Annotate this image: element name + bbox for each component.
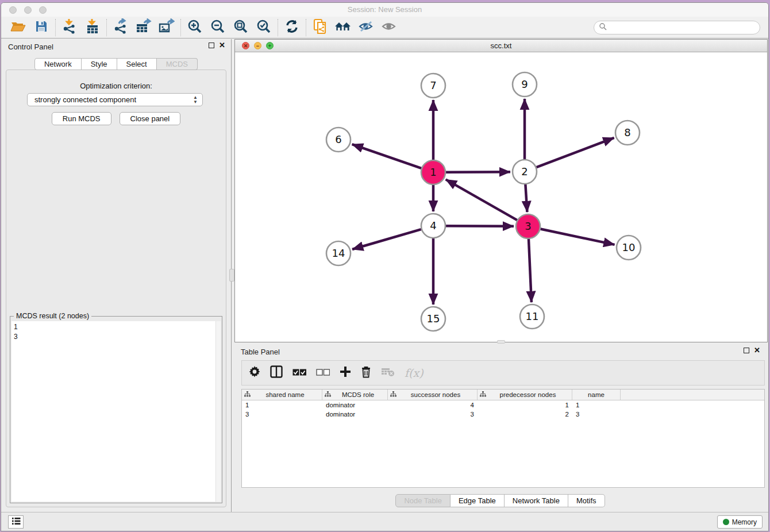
export-table-button[interactable] (132, 18, 155, 37)
table-cell[interactable]: 3 (242, 410, 322, 419)
graph-node-9[interactable]: 9 (513, 72, 537, 97)
tab-network[interactable]: Network (34, 58, 82, 70)
table-settings-button[interactable] (249, 366, 260, 380)
zoom-in-button[interactable] (183, 18, 206, 37)
node-table[interactable]: shared nameMCDS rolesuccessor nodesprede… (241, 389, 765, 488)
show-all-button[interactable] (378, 18, 401, 37)
graph-node-7[interactable]: 7 (421, 74, 445, 98)
merge-columns-button[interactable] (270, 365, 283, 380)
tab-mcds[interactable]: MCDS (157, 58, 198, 70)
search-input[interactable] (594, 21, 760, 34)
table-cell[interactable]: dominator (322, 400, 388, 410)
column-header-predecessor-nodes[interactable]: predecessor nodes (478, 390, 572, 400)
import-table-button[interactable] (81, 18, 104, 37)
network-titlebar[interactable]: ✕ − + scc.txt (235, 40, 767, 52)
memory-button[interactable]: Memory (717, 515, 763, 529)
table-cell[interactable]: 3 (388, 410, 478, 419)
zoom-fit-icon (233, 19, 248, 36)
import-network-button[interactable] (58, 18, 81, 37)
panel-splitter[interactable] (231, 39, 233, 512)
result-scrollbar[interactable] (215, 321, 221, 502)
graph-edge-3-10[interactable] (541, 229, 615, 245)
svg-text:10: 10 (622, 241, 636, 253)
tab-network-table[interactable]: Network Table (505, 494, 568, 507)
table-cell[interactable]: 1 (572, 400, 621, 410)
graph-node-1[interactable]: 1 (421, 160, 445, 184)
table-cell[interactable]: 1 (242, 400, 322, 410)
home-layout-button[interactable] (332, 18, 355, 37)
graph-node-15[interactable]: 15 (421, 307, 445, 331)
graph-edge-2-3[interactable] (525, 184, 527, 212)
task-history-button[interactable] (8, 515, 24, 529)
network-graph[interactable]: 7968124314101511 (235, 52, 767, 342)
graph-edge-3-1[interactable] (446, 179, 517, 220)
deselect-all-checkboxes-button[interactable] (316, 368, 330, 378)
graph-node-4[interactable]: 4 (421, 214, 445, 238)
graph-edge-1-2[interactable] (446, 172, 510, 172)
toolbar-separator (180, 19, 181, 36)
table-cell[interactable]: 2 (478, 410, 572, 419)
table-cell[interactable]: 3 (572, 410, 621, 419)
duplicate-network-button[interactable] (309, 18, 332, 37)
refresh-button[interactable] (280, 18, 303, 37)
tab-motifs[interactable]: Motifs (568, 494, 605, 507)
graph-edge-4-3[interactable] (446, 226, 514, 226)
zoom-fit-button[interactable] (229, 18, 252, 37)
memory-label: Memory (732, 518, 757, 526)
svg-text:6: 6 (335, 133, 341, 145)
tab-node-table[interactable]: Node Table (395, 494, 451, 507)
table-header-row: shared nameMCDS rolesuccessor nodesprede… (242, 390, 764, 400)
close-table-panel-icon[interactable]: ✕ (754, 348, 760, 353)
select-all-checkboxes-button[interactable] (292, 368, 306, 378)
graph-node-14[interactable]: 14 (326, 241, 351, 265)
float-panel-icon[interactable] (209, 43, 214, 48)
graph-node-3[interactable]: 3 (516, 214, 540, 238)
save-session-button[interactable] (30, 18, 53, 37)
table-cell[interactable]: 4 (388, 400, 478, 410)
graph-node-6[interactable]: 6 (326, 128, 351, 152)
double-house-icon (334, 20, 352, 36)
mcds-tab-content: Optimization criterion: strongly connect… (6, 70, 226, 507)
graph-node-2[interactable]: 2 (513, 160, 537, 184)
graph-node-11[interactable]: 11 (520, 304, 544, 329)
add-column-button[interactable] (340, 366, 351, 380)
zoom-out-button[interactable] (206, 18, 229, 37)
optimization-criterion-select[interactable]: strongly connected component ▲▼ (27, 93, 203, 106)
graph-node-10[interactable]: 10 (617, 236, 641, 260)
table-row[interactable]: 1dominator411 (242, 400, 764, 410)
hide-selected-button[interactable] (355, 18, 378, 37)
apply-function-button[interactable]: f(x) (405, 367, 424, 379)
tab-select[interactable]: Select (117, 58, 157, 70)
svg-text:4: 4 (430, 219, 436, 232)
tab-edge-table[interactable]: Edge Table (451, 494, 505, 507)
column-header-shared-name[interactable]: shared name (242, 390, 322, 400)
graph-node-8[interactable]: 8 (615, 121, 640, 145)
run-mcds-button[interactable]: Run MCDS (52, 112, 111, 125)
export-image-button[interactable] (155, 18, 178, 37)
eye-icon (381, 20, 397, 35)
open-session-button[interactable] (7, 18, 30, 37)
table-cell[interactable]: 1 (478, 400, 572, 410)
close-panel-icon[interactable]: ✕ (219, 43, 225, 48)
delete-column-button[interactable] (361, 365, 371, 380)
column-header-successor-nodes[interactable]: successor nodes (388, 390, 478, 400)
graph-edge-1-6[interactable] (352, 144, 422, 168)
zoom-selected-button[interactable] (252, 18, 275, 37)
close-panel-button[interactable]: Close panel (120, 112, 181, 125)
export-network-button[interactable] (109, 18, 132, 37)
float-table-panel-icon[interactable] (744, 348, 749, 353)
column-header-name[interactable]: name (572, 390, 621, 400)
svg-text:3: 3 (525, 220, 531, 232)
horizontal-splitter-grip[interactable] (497, 340, 505, 344)
mcds-result-text[interactable]: 1 3 (11, 321, 221, 502)
column-header-MCDS-role[interactable]: MCDS role (322, 390, 388, 400)
tab-style[interactable]: Style (82, 58, 117, 70)
graph-edge-3-11[interactable] (529, 239, 532, 302)
network-canvas[interactable]: 7968124314101511 (235, 52, 767, 342)
table-cell[interactable]: dominator (322, 410, 388, 419)
graph-edge-4-14[interactable] (352, 229, 421, 249)
table-row[interactable]: 3dominator323 (242, 410, 764, 419)
splitter-grip[interactable] (229, 269, 234, 282)
graph-edge-2-8[interactable] (537, 138, 614, 167)
delete-table-button[interactable] (381, 367, 395, 379)
